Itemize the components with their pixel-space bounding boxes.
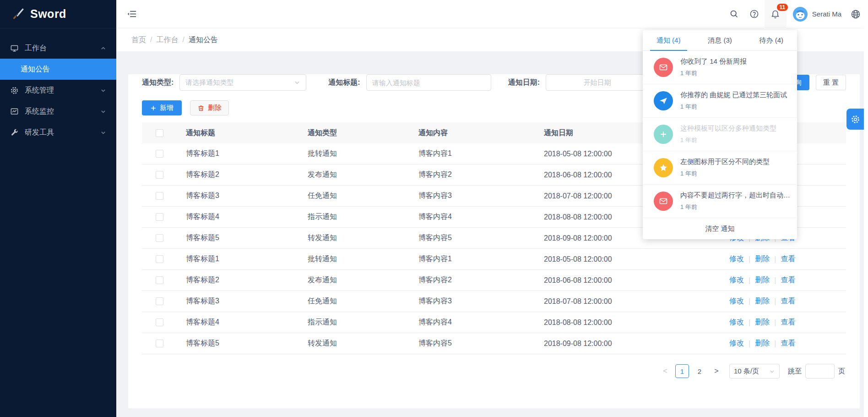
theme-settings-button[interactable] xyxy=(846,109,864,130)
cell-date: 2018-09-08 12:00:00 xyxy=(544,340,682,348)
notification-item[interactable]: 这种模板可以区分多种通知类型 1 年前 xyxy=(643,118,797,151)
notification-item[interactable]: 内容不要超过两行字，超出时自动截断 1 年前 xyxy=(643,185,797,218)
brand-logo: Sword xyxy=(0,0,116,28)
notification-title: 你推荐的 曲妮妮 已通过第三轮面试 xyxy=(680,91,787,99)
menu-fold-icon[interactable] xyxy=(127,9,137,19)
notification-badge: 11 xyxy=(776,3,788,11)
notification-title: 这种模板可以区分多种通知类型 xyxy=(680,124,776,133)
row-checkbox[interactable] xyxy=(156,150,163,158)
chevron-down-icon xyxy=(294,79,300,86)
search-icon[interactable] xyxy=(724,0,744,28)
username[interactable]: Serati Ma xyxy=(812,10,841,18)
notification-time: 1 年前 xyxy=(680,170,770,178)
delete-link[interactable]: 删除 xyxy=(755,318,770,327)
row-checkbox[interactable] xyxy=(156,318,163,326)
view-link[interactable]: 查看 xyxy=(781,254,795,264)
globe-icon[interactable] xyxy=(847,0,864,28)
cell-title: 博客标题2 xyxy=(186,170,308,180)
tab-messages[interactable]: 消息 (3) xyxy=(694,30,745,50)
edit-link[interactable]: 修改 xyxy=(729,275,744,285)
notification-time: 1 年前 xyxy=(680,69,747,77)
view-link[interactable]: 查看 xyxy=(781,296,795,306)
delete-button[interactable]: 删除 xyxy=(190,100,229,115)
notification-title: 左侧图标用于区分不同的类型 xyxy=(680,158,770,166)
gear-icon xyxy=(851,115,860,124)
reset-button[interactable]: 重 置 xyxy=(816,75,846,90)
delete-link[interactable]: 删除 xyxy=(755,275,770,285)
page-number-1[interactable]: 1 xyxy=(675,364,689,378)
sidebar-item-monitor[interactable]: 系统监控 xyxy=(0,101,116,122)
plus-icon xyxy=(150,105,157,111)
edit-link[interactable]: 修改 xyxy=(729,296,744,306)
breadcrumb-separator: / xyxy=(182,36,184,44)
filter-type: 通知类型: 请选择通知类型 xyxy=(142,74,306,91)
notification-time: 1 年前 xyxy=(680,136,776,144)
tab-notifications[interactable]: 通知 (4) xyxy=(643,30,694,50)
tab-todos[interactable]: 待办 (4) xyxy=(746,30,797,50)
prev-page-button[interactable]: < xyxy=(659,365,672,378)
row-checkbox[interactable] xyxy=(156,171,163,179)
page-unit-label: 页 xyxy=(838,367,845,376)
notice-title-input[interactable] xyxy=(366,74,491,91)
sidebar-item-label: 工作台 xyxy=(25,44,47,53)
column-header: 通知内容 xyxy=(418,128,544,138)
delete-link[interactable]: 删除 xyxy=(755,339,770,348)
page-number-2[interactable]: 2 xyxy=(693,364,706,378)
cell-type: 任免通知 xyxy=(308,296,418,306)
view-link[interactable]: 查看 xyxy=(781,275,795,285)
cell-type: 任免通知 xyxy=(308,191,418,201)
chevron-up-icon xyxy=(100,45,106,51)
next-page-button[interactable]: > xyxy=(710,365,723,378)
sidebar-item-system[interactable]: 系统管理 xyxy=(0,80,116,101)
cell-type: 转发通知 xyxy=(308,339,418,348)
notifications-bell[interactable]: 11 xyxy=(765,0,787,28)
table-row: 博客标题5 转发通知 博客内容5 2018-09-08 12:00:00 修改|… xyxy=(142,333,846,354)
chevron-down-icon xyxy=(769,368,775,374)
edit-link[interactable]: 修改 xyxy=(729,339,744,348)
edit-link[interactable]: 修改 xyxy=(729,318,744,327)
sidebar-item-workbench[interactable]: 工作台 xyxy=(0,38,116,59)
notification-item[interactable]: 你收到了 14 份新周报 1 年前 xyxy=(643,51,797,84)
breadcrumb-workbench[interactable]: 工作台 xyxy=(156,35,178,45)
row-actions: 修改|删除|查看 xyxy=(729,296,812,306)
help-icon[interactable] xyxy=(744,0,765,28)
view-link[interactable]: 查看 xyxy=(781,339,795,348)
breadcrumb-home[interactable]: 首页 xyxy=(131,35,146,45)
delete-link[interactable]: 删除 xyxy=(755,296,770,306)
view-link[interactable]: 查看 xyxy=(781,318,795,327)
notification-time: 1 年前 xyxy=(680,103,787,111)
row-checkbox[interactable] xyxy=(156,297,163,305)
notification-item[interactable]: 你推荐的 曲妮妮 已通过第三轮面试 1 年前 xyxy=(643,84,797,118)
notification-tabs: 通知 (4) 消息 (3) 待办 (4) xyxy=(643,30,797,51)
cell-type: 指示通知 xyxy=(308,212,418,222)
cell-type: 转发通知 xyxy=(308,233,418,243)
filter-title: 通知标题: xyxy=(328,74,491,91)
delete-link[interactable]: 删除 xyxy=(755,254,770,264)
filter-date-label: 通知日期: xyxy=(508,78,540,88)
column-header: 通知标题 xyxy=(186,128,308,138)
row-checkbox[interactable] xyxy=(156,340,163,347)
scrollbar[interactable] xyxy=(864,0,868,417)
row-checkbox[interactable] xyxy=(156,213,163,221)
jump-page-input[interactable] xyxy=(805,364,835,379)
topbar-right: 11 Serati Ma xyxy=(724,0,864,28)
page-size-value: 10 条/页 xyxy=(734,367,766,376)
cell-title: 博客标题4 xyxy=(186,212,308,222)
avatar[interactable] xyxy=(793,7,808,22)
page-size-select[interactable]: 10 条/页 xyxy=(729,364,780,379)
notification-item[interactable]: 左侧图标用于区分不同的类型 1 年前 xyxy=(643,151,797,185)
add-button[interactable]: 新增 xyxy=(142,100,182,115)
select-all-checkbox[interactable] xyxy=(156,129,163,137)
row-checkbox[interactable] xyxy=(156,234,163,242)
filter-title-label: 通知标题: xyxy=(328,78,360,88)
sidebar-item-devtools[interactable]: 研发工具 xyxy=(0,122,116,143)
row-checkbox[interactable] xyxy=(156,192,163,200)
row-checkbox[interactable] xyxy=(156,255,163,263)
table-row: 博客标题1 批转通知 博客内容1 2018-05-08 12:00:00 修改|… xyxy=(142,249,846,270)
cell-title: 博客标题1 xyxy=(186,149,308,159)
row-checkbox[interactable] xyxy=(156,276,163,284)
sidebar-item-notice-active[interactable]: 通知公告 xyxy=(0,59,116,80)
notice-type-select[interactable]: 请选择通知类型 xyxy=(179,74,306,91)
edit-link[interactable]: 修改 xyxy=(729,254,744,264)
clear-notifications-button[interactable]: 清空 通知 xyxy=(643,218,797,239)
